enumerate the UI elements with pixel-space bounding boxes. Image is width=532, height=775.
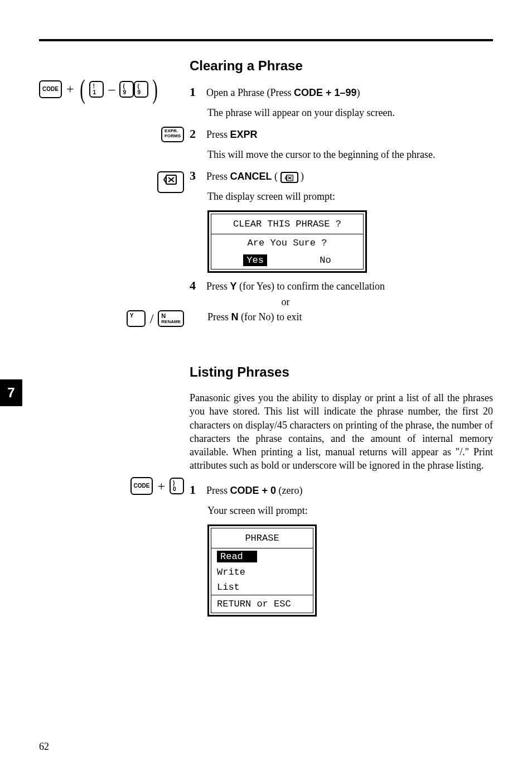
key-y: Y [127,310,146,327]
step-4-line2: Press N (for No) to exit [207,311,493,323]
step-3: 3 Press CANCEL ( ) The display screen wi… [190,169,493,273]
key-1: !1 [89,81,104,98]
key-expr: EXPR.FORMS [161,127,184,142]
keyseq-code-0: CODE + )0 [39,477,190,495]
menu-option-list: List [211,580,313,595]
heading-listing: Listing Phrases [190,364,493,380]
slash-icon: / [148,311,156,326]
cancel-x-icon [163,174,178,186]
paren-close-icon: ) [153,74,158,104]
step-1-sub: The phrase will appear on your display s… [207,107,493,119]
keyseq-expr: EXPR.FORMS [39,127,190,142]
menu-option-write: Write [211,565,313,580]
key-9a: (9 [119,81,134,98]
key-n: NRENAME [158,310,184,327]
or-text: or [207,296,364,308]
menu-footer: RETURN or ESC [211,595,313,613]
listing-paragraph: Panasonic gives you the ability to displ… [190,391,493,473]
page-number: 62 [39,741,49,753]
inline-cancel-icon [280,172,298,183]
key-code: CODE [39,80,62,98]
listing-step-1: 1 Press CODE + 0 (zero) Your screen will… [190,483,493,617]
key-9b: (9 [134,81,148,98]
keyseq-cancel [39,171,190,193]
paren-open-icon: ( [80,74,86,104]
step-2: 2 Press EXPR This will move the cursor t… [190,127,493,161]
keyseq-y-n: Y / NRENAME [39,310,190,327]
plus-icon-2: + [155,479,167,493]
plus-icon: + [64,81,76,96]
key-cancel [157,171,184,193]
prompt-clear-phrase: CLEAR THIS PHRASE ? Are You Sure ? Yes N… [207,210,367,273]
prompt-option-no: No [320,255,331,266]
heading-clearing: Clearing a Phrase [190,58,493,74]
step-2-sub: This will move the cursor to the beginni… [207,149,493,161]
prompt-phrase-menu: PHRASE Read Write List RETURN or ESC [207,524,317,617]
prompt-title: CLEAR THIS PHRASE ? [211,214,363,234]
step-3-sub: The display screen will prompt: [207,191,493,203]
prompt-option-yes: Yes [243,255,267,266]
minus-icon: – [106,81,117,96]
key-code-2: CODE [130,477,153,495]
prompt-sub: Are You Sure ? [211,234,363,252]
keyseq-code-1-99: CODE + ( !1 – (9(9 ) [39,74,190,104]
chapter-tab: 7 [0,379,22,406]
key-0: )0 [170,478,184,494]
listing-step-1-sub: Your screen will prompt: [207,505,493,517]
step-1: 1 Open a Phrase (Press CODE + 1–99) The … [190,85,493,119]
menu-option-read: Read [211,548,313,565]
step-4: 4 Press Y (for Yes) to confirm the cance… [190,278,493,323]
menu-title: PHRASE [211,528,313,548]
